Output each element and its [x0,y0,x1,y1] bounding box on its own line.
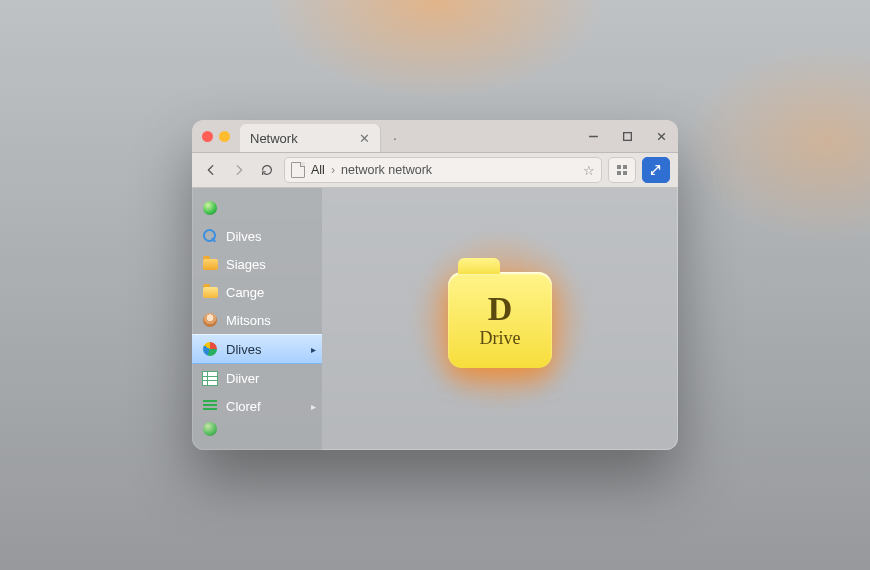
window-body: Dilves Siages Cange Mitsons Dlives ▸ [192,188,678,450]
sidebar-item-label: Diiver [226,371,259,386]
close-tab-icon[interactable]: ✕ [359,131,370,146]
drive-folder[interactable]: D Drive [448,272,552,368]
content-pane[interactable]: D Drive [322,188,678,450]
breadcrumb-separator-icon: › [331,163,335,177]
favorite-icon[interactable]: ☆ [583,163,595,178]
sidebar-item-dlives[interactable]: Dlives ▸ [192,334,322,364]
window-controls [576,120,678,152]
bars-icon [202,398,218,414]
sidebar-item-label: Cange [226,285,264,300]
drive-glow: D Drive [440,260,560,380]
svg-rect-7 [623,171,627,175]
sidebar-item-cloref[interactable]: Cloref ▸ [192,392,322,420]
titlebar: Network ✕ · [192,120,678,153]
sidebar-item-home[interactable] [192,194,322,222]
sidebar-item-label: Dlives [226,342,261,357]
sidebar-item-label: Mitsons [226,313,271,328]
sidebar-item-siages[interactable]: Siages [192,250,322,278]
sidebar-item-overflow[interactable] [192,420,322,438]
table-icon [202,370,218,386]
file-explorer-window: Network ✕ · All › network network ☆ [192,120,678,450]
svg-rect-5 [623,165,627,169]
chevron-right-icon: ▸ [311,401,316,412]
view-options-button[interactable] [608,157,636,183]
person-icon [202,312,218,328]
folder-icon [202,284,218,300]
tab-network[interactable]: Network ✕ [240,124,381,152]
sidebar-item-dilves[interactable]: Dilves [192,222,322,250]
chevron-right-icon: ▸ [311,344,316,355]
close-button[interactable] [644,120,678,152]
forward-button[interactable] [228,159,250,181]
minimize-dot-icon[interactable] [219,131,230,142]
sidebar-item-label: Dilves [226,229,261,244]
sidebar-item-label: Cloref [226,399,261,414]
breadcrumb-root[interactable]: All [311,163,325,177]
svg-rect-1 [623,132,631,140]
sidebar-item-diiver[interactable]: Diiver [192,364,322,392]
address-bar[interactable]: All › network network ☆ [284,157,602,183]
breadcrumb-path[interactable]: network network [341,163,432,177]
settings-button[interactable] [642,157,670,183]
document-icon [291,162,305,178]
globe-icon [202,421,218,437]
new-tab-button[interactable]: · [381,124,409,152]
globe-icon [202,200,218,216]
search-icon [202,228,218,244]
drive-letter: D [488,292,513,326]
tab-title: Network [250,131,298,146]
toolbar: All › network network ☆ [192,153,678,188]
svg-rect-4 [617,165,621,169]
pie-icon [202,341,218,357]
close-dot-icon[interactable] [202,131,213,142]
mac-traffic-lights [192,120,240,152]
back-button[interactable] [200,159,222,181]
sidebar-item-cange[interactable]: Cange [192,278,322,306]
drive-label: Drive [480,328,521,349]
maximize-button[interactable] [610,120,644,152]
svg-rect-6 [617,171,621,175]
sidebar: Dilves Siages Cange Mitsons Dlives ▸ [192,188,322,450]
sidebar-item-label: Siages [226,257,266,272]
sidebar-item-mitsons[interactable]: Mitsons [192,306,322,334]
minimize-button[interactable] [576,120,610,152]
refresh-button[interactable] [256,159,278,181]
folder-icon [202,256,218,272]
